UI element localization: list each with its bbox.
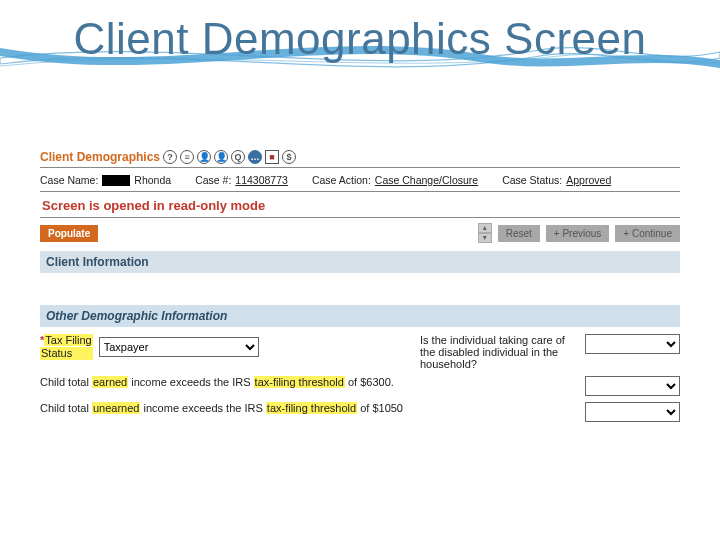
tax-filing-select[interactable]: Taxpayer bbox=[99, 337, 259, 357]
stop-icon[interactable]: ■ bbox=[265, 150, 279, 164]
case-number-label: Case #: bbox=[195, 174, 231, 186]
case-status-value: Approved bbox=[566, 174, 611, 186]
section-other-demographic: Other Demographic Information bbox=[40, 305, 680, 327]
panel-heading: Client Demographics ? ≡ 👤 👤 Q … ■ $ bbox=[40, 150, 680, 168]
section-client-information: Client Information bbox=[40, 251, 680, 273]
disabled-care-label: Is the individual taking care of the dis… bbox=[420, 334, 577, 370]
tax-filing-label-2: Status bbox=[40, 347, 93, 360]
case-summary-row: Case Name: Rhonda Case #: 114308773 Case… bbox=[40, 172, 680, 192]
child-earned-select[interactable] bbox=[585, 376, 680, 396]
chat-icon[interactable]: … bbox=[248, 150, 262, 164]
q-icon[interactable]: Q bbox=[231, 150, 245, 164]
continue-button[interactable]: + Continue bbox=[615, 225, 680, 242]
child-earned-label: Child total earned income exceeds the IR… bbox=[40, 376, 394, 388]
case-name-redacted bbox=[102, 175, 130, 186]
case-action-value: Case Change/Closure bbox=[375, 174, 478, 186]
child-unearned-select[interactable] bbox=[585, 402, 680, 422]
panel-heading-text: Client Demographics bbox=[40, 150, 160, 164]
case-status-label: Case Status: bbox=[502, 174, 562, 186]
row-tax-filing-status: *Tax Filing Status Taxpayer Is the indiv… bbox=[40, 331, 680, 373]
action-button-row: Populate ▲▼ Reset + Previous + Continue bbox=[40, 223, 680, 243]
previous-button[interactable]: + Previous bbox=[546, 225, 610, 242]
person-icon[interactable]: 👤 bbox=[197, 150, 211, 164]
case-name-value: Rhonda bbox=[134, 174, 171, 186]
help-icon[interactable]: ? bbox=[163, 150, 177, 164]
list-icon[interactable]: ≡ bbox=[180, 150, 194, 164]
row-child-earned: Child total earned income exceeds the IR… bbox=[40, 373, 680, 399]
populate-button[interactable]: Populate bbox=[40, 225, 98, 242]
dollar-icon[interactable]: $ bbox=[282, 150, 296, 164]
reset-button[interactable]: Reset bbox=[498, 225, 540, 242]
case-name-label: Case Name: bbox=[40, 174, 98, 186]
page-title: Client Demographics Screen bbox=[0, 14, 720, 64]
row-child-unearned: Child total unearned income exceeds the … bbox=[40, 399, 680, 425]
person2-icon[interactable]: 👤 bbox=[214, 150, 228, 164]
child-unearned-label: Child total unearned income exceeds the … bbox=[40, 402, 403, 414]
tax-filing-label: *Tax Filing bbox=[40, 334, 93, 347]
readonly-notice: Screen is opened in read-only mode bbox=[40, 191, 680, 218]
disabled-care-select[interactable] bbox=[585, 334, 680, 354]
scroll-up-down[interactable]: ▲▼ bbox=[478, 223, 492, 243]
case-action-label: Case Action: bbox=[312, 174, 371, 186]
case-number-value: 114308773 bbox=[235, 174, 288, 186]
